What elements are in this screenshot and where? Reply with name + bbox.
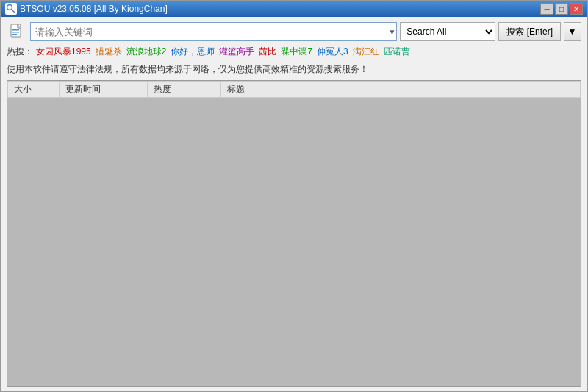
hot-link[interactable]: 匹诺曹	[384, 46, 410, 57]
table-body-area	[7, 98, 581, 385]
title-bar: BTSOU v23.05.08 [All By KiongChan] ─ □ ✕	[1, 1, 587, 17]
search-type-select[interactable]: Search All 种子搜索 视频搜索	[400, 22, 495, 41]
search-input-dropdown-icon[interactable]: ▼	[388, 28, 395, 36]
svg-rect-3	[12, 29, 19, 31]
col-title: 标题	[221, 82, 581, 98]
table-header: 大小 更新时间 热度 标题	[8, 82, 581, 98]
col-size: 大小	[8, 82, 60, 98]
search-row: ▼ Search All 种子搜索 视频搜索 搜索 [Enter] ▼	[7, 21, 581, 42]
col-update-time: 更新时间	[60, 82, 148, 98]
search-input-container: ▼	[30, 22, 397, 41]
svg-rect-5	[12, 34, 17, 35]
app-icon	[5, 3, 17, 15]
hot-link[interactable]: 碟中谍7	[281, 46, 312, 57]
minimize-button[interactable]: ─	[540, 3, 553, 15]
col-hot: 热度	[148, 82, 221, 98]
results-table-container: 大小 更新时间 热度 标题	[7, 80, 581, 387]
hot-link[interactable]: 茜比	[259, 46, 276, 57]
hot-link[interactable]: 灌篮高手	[219, 46, 254, 57]
hot-link[interactable]: 流浪地球2	[126, 46, 167, 57]
search-button[interactable]: 搜索 [Enter]	[498, 22, 561, 41]
hot-link[interactable]: 猎魅杀	[96, 46, 122, 57]
hot-link[interactable]: 伸冤人3	[317, 46, 348, 57]
notice-row: 使用本软件请遵守法律法规，所有数据均来源于网络，仅为您提供高效精准的资源搜索服务…	[7, 62, 581, 77]
search-input[interactable]	[30, 22, 397, 41]
main-window: BTSOU v23.05.08 [All By KiongChan] ─ □ ✕	[0, 0, 588, 392]
hot-link[interactable]: 女囚风暴1995	[36, 46, 91, 57]
svg-line-1	[12, 10, 15, 13]
hot-links: 女囚风暴1995猎魅杀流浪地球2你好，恩师灌篮高手茜比碟中谍7伸冤人3满江红匹诺…	[36, 45, 415, 59]
window-title: BTSOU v23.05.08 [All By KiongChan]	[20, 4, 540, 14]
maximize-button[interactable]: □	[555, 3, 568, 15]
document-icon	[7, 21, 27, 42]
results-table: 大小 更新时间 热度 标题	[7, 81, 581, 98]
hot-label: 热搜：	[7, 45, 33, 59]
window-controls: ─ □ ✕	[540, 3, 583, 15]
hot-link[interactable]: 满江红	[353, 46, 379, 57]
close-button[interactable]: ✕	[570, 3, 583, 15]
svg-point-0	[7, 5, 12, 10]
table-header-row: 大小 更新时间 热度 标题	[8, 82, 581, 98]
svg-rect-4	[12, 32, 19, 33]
main-content: ▼ Search All 种子搜索 视频搜索 搜索 [Enter] ▼ 热搜： …	[1, 17, 587, 391]
hot-link[interactable]: 你好，恩师	[171, 46, 215, 57]
hot-search-row: 热搜： 女囚风暴1995猎魅杀流浪地球2你好，恩师灌篮高手茜比碟中谍7伸冤人3满…	[7, 45, 581, 59]
search-extra-button[interactable]: ▼	[564, 22, 581, 41]
